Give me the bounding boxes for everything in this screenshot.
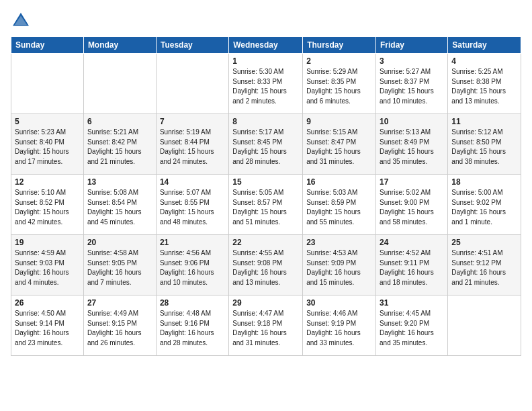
day-info: Sunrise: 5:19 AM Sunset: 8:44 PM Dayligh… [160,128,225,167]
calendar-week-row: 12Sunrise: 5:10 AM Sunset: 8:52 PM Dayli… [11,175,521,235]
day-info: Sunrise: 5:00 AM Sunset: 9:02 PM Dayligh… [451,188,517,227]
day-number: 6 [87,117,152,126]
day-info: Sunrise: 5:07 AM Sunset: 8:55 PM Dayligh… [160,188,225,227]
calendar-cell: 24Sunrise: 4:52 AM Sunset: 9:11 PM Dayli… [376,235,448,295]
day-info: Sunrise: 5:05 AM Sunset: 8:57 PM Dayligh… [232,188,299,227]
day-info: Sunrise: 5:03 AM Sunset: 8:59 PM Dayligh… [306,188,372,227]
calendar-cell [156,54,228,114]
calendar-cell: 18Sunrise: 5:00 AM Sunset: 9:02 PM Dayli… [448,175,521,235]
day-number: 5 [15,117,80,126]
day-info: Sunrise: 4:50 AM Sunset: 9:14 PM Dayligh… [15,309,80,348]
day-info: Sunrise: 5:21 AM Sunset: 8:42 PM Dayligh… [87,128,152,167]
day-info: Sunrise: 5:29 AM Sunset: 8:35 PM Dayligh… [306,67,372,106]
calendar-cell: 14Sunrise: 5:07 AM Sunset: 8:55 PM Dayli… [156,175,228,235]
day-number: 17 [380,177,444,187]
calendar-cell: 5Sunrise: 5:23 AM Sunset: 8:40 PM Daylig… [11,114,84,175]
day-info: Sunrise: 5:02 AM Sunset: 9:00 PM Dayligh… [380,188,444,227]
day-header-sunday: Sunday [11,37,84,54]
calendar-cell: 25Sunrise: 4:51 AM Sunset: 9:12 PM Dayli… [448,235,521,295]
calendar-cell: 9Sunrise: 5:15 AM Sunset: 8:47 PM Daylig… [303,114,376,175]
day-number: 18 [451,177,517,187]
calendar-cell [83,54,156,114]
day-header-tuesday: Tuesday [156,37,228,54]
day-info: Sunrise: 4:46 AM Sunset: 9:19 PM Dayligh… [306,309,372,348]
calendar-cell: 10Sunrise: 5:13 AM Sunset: 8:49 PM Dayli… [376,114,448,175]
calendar-cell: 23Sunrise: 4:53 AM Sunset: 9:09 PM Dayli… [303,235,376,295]
calendar-cell: 6Sunrise: 5:21 AM Sunset: 8:42 PM Daylig… [83,114,156,175]
day-info: Sunrise: 4:51 AM Sunset: 9:12 PM Dayligh… [451,248,517,287]
day-info: Sunrise: 4:56 AM Sunset: 9:06 PM Dayligh… [160,248,225,287]
day-number: 30 [306,298,372,308]
calendar-cell [448,295,521,356]
calendar-table: SundayMondayTuesdayWednesdayThursdayFrid… [11,36,521,356]
logo [11,11,34,31]
day-number: 4 [451,56,517,66]
calendar-cell: 22Sunrise: 4:55 AM Sunset: 9:08 PM Dayli… [229,235,303,295]
day-number: 2 [306,56,372,66]
day-number: 29 [232,298,299,308]
day-number: 1 [232,56,299,66]
day-number: 7 [160,117,225,126]
day-number: 19 [15,238,80,247]
day-header-friday: Friday [376,37,448,54]
day-info: Sunrise: 4:55 AM Sunset: 9:08 PM Dayligh… [232,248,299,287]
calendar-cell: 28Sunrise: 4:48 AM Sunset: 9:16 PM Dayli… [156,295,228,356]
day-info: Sunrise: 4:59 AM Sunset: 9:03 PM Dayligh… [15,248,80,287]
day-header-monday: Monday [83,37,156,54]
calendar-cell: 1Sunrise: 5:30 AM Sunset: 8:33 PM Daylig… [229,54,303,114]
day-info: Sunrise: 5:08 AM Sunset: 8:54 PM Dayligh… [87,188,152,227]
day-number: 10 [380,117,444,126]
calendar-cell: 21Sunrise: 4:56 AM Sunset: 9:06 PM Dayli… [156,235,228,295]
day-info: Sunrise: 5:25 AM Sunset: 8:38 PM Dayligh… [451,67,517,106]
calendar-cell: 16Sunrise: 5:03 AM Sunset: 8:59 PM Dayli… [303,175,376,235]
day-number: 31 [380,298,444,308]
day-number: 23 [306,238,372,247]
calendar-cell: 27Sunrise: 4:49 AM Sunset: 9:15 PM Dayli… [83,295,156,356]
calendar-week-row: 5Sunrise: 5:23 AM Sunset: 8:40 PM Daylig… [11,114,521,175]
day-info: Sunrise: 4:49 AM Sunset: 9:15 PM Dayligh… [87,309,152,348]
page-header [11,11,521,31]
day-number: 20 [87,238,152,247]
day-info: Sunrise: 5:27 AM Sunset: 8:37 PM Dayligh… [380,67,444,106]
logo-icon [11,11,31,31]
day-number: 11 [451,117,517,126]
day-info: Sunrise: 5:23 AM Sunset: 8:40 PM Dayligh… [15,128,80,167]
day-number: 15 [232,177,299,187]
calendar-cell: 4Sunrise: 5:25 AM Sunset: 8:38 PM Daylig… [448,54,521,114]
day-number: 8 [232,117,299,126]
day-info: Sunrise: 5:17 AM Sunset: 8:45 PM Dayligh… [232,128,299,167]
day-header-wednesday: Wednesday [229,37,303,54]
day-number: 28 [160,298,225,308]
calendar-header-row: SundayMondayTuesdayWednesdayThursdayFrid… [11,37,521,54]
day-number: 26 [15,298,80,308]
calendar-week-row: 1Sunrise: 5:30 AM Sunset: 8:33 PM Daylig… [11,54,521,114]
day-info: Sunrise: 4:45 AM Sunset: 9:20 PM Dayligh… [380,309,444,348]
day-number: 16 [306,177,372,187]
calendar-cell: 3Sunrise: 5:27 AM Sunset: 8:37 PM Daylig… [376,54,448,114]
calendar-cell: 15Sunrise: 5:05 AM Sunset: 8:57 PM Dayli… [229,175,303,235]
day-info: Sunrise: 4:53 AM Sunset: 9:09 PM Dayligh… [306,248,372,287]
calendar-cell: 31Sunrise: 4:45 AM Sunset: 9:20 PM Dayli… [376,295,448,356]
day-info: Sunrise: 4:47 AM Sunset: 9:18 PM Dayligh… [232,309,299,348]
day-info: Sunrise: 4:52 AM Sunset: 9:11 PM Dayligh… [380,248,444,287]
calendar-cell: 11Sunrise: 5:12 AM Sunset: 8:50 PM Dayli… [448,114,521,175]
day-header-saturday: Saturday [448,37,521,54]
day-header-thursday: Thursday [303,37,376,54]
day-number: 25 [451,238,517,247]
day-info: Sunrise: 4:48 AM Sunset: 9:16 PM Dayligh… [160,309,225,348]
calendar-week-row: 19Sunrise: 4:59 AM Sunset: 9:03 PM Dayli… [11,235,521,295]
calendar-cell: 12Sunrise: 5:10 AM Sunset: 8:52 PM Dayli… [11,175,84,235]
calendar-cell: 30Sunrise: 4:46 AM Sunset: 9:19 PM Dayli… [303,295,376,356]
day-number: 21 [160,238,225,247]
day-number: 27 [87,298,152,308]
day-number: 9 [306,117,372,126]
day-info: Sunrise: 4:58 AM Sunset: 9:05 PM Dayligh… [87,248,152,287]
calendar-cell: 17Sunrise: 5:02 AM Sunset: 9:00 PM Dayli… [376,175,448,235]
calendar-cell: 2Sunrise: 5:29 AM Sunset: 8:35 PM Daylig… [303,54,376,114]
day-info: Sunrise: 5:12 AM Sunset: 8:50 PM Dayligh… [451,128,517,167]
calendar-cell: 8Sunrise: 5:17 AM Sunset: 8:45 PM Daylig… [229,114,303,175]
day-info: Sunrise: 5:13 AM Sunset: 8:49 PM Dayligh… [380,128,444,167]
calendar-cell: 13Sunrise: 5:08 AM Sunset: 8:54 PM Dayli… [83,175,156,235]
day-info: Sunrise: 5:15 AM Sunset: 8:47 PM Dayligh… [306,128,372,167]
day-number: 22 [232,238,299,247]
